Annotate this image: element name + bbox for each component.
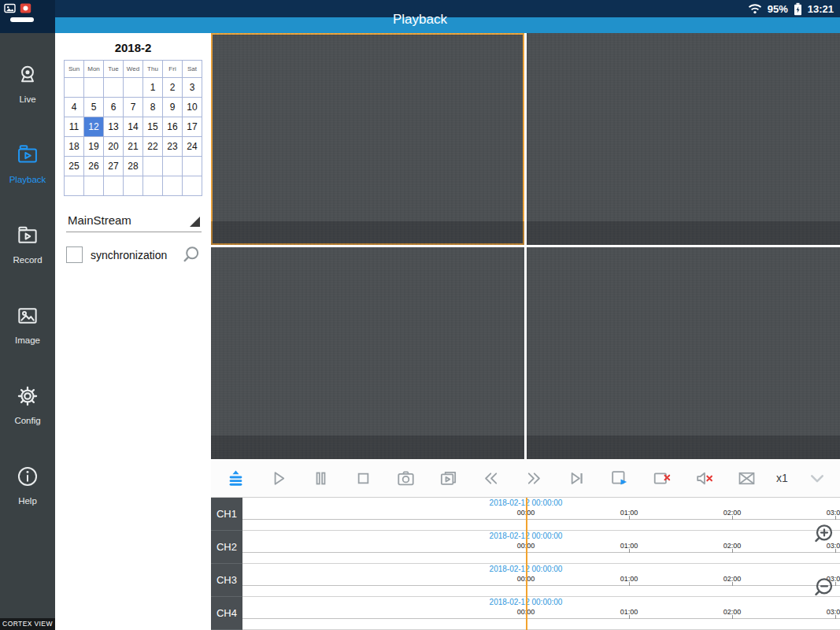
calendar-day[interactable]: 13 [104, 117, 124, 137]
video-panel-1[interactable] [211, 33, 524, 245]
sidebar-item-image[interactable]: Image [0, 284, 55, 364]
calendar-day[interactable]: 8 [143, 98, 163, 117]
stream-selector-value: MainStream [68, 213, 131, 227]
calendar-day[interactable]: 20 [104, 137, 124, 157]
calendar-day[interactable]: 2 [163, 78, 183, 98]
calendar-day[interactable]: 15 [143, 117, 163, 137]
calendar-day[interactable]: 7 [124, 98, 143, 117]
top-header: 95% 13:21 Playback [0, 0, 840, 33]
image-picture-icon [15, 303, 40, 328]
ruler-tick [732, 582, 733, 586]
calendar-day[interactable] [65, 78, 84, 98]
calendar-day[interactable] [183, 157, 202, 176]
calendar-day[interactable]: 16 [163, 117, 183, 137]
fast-forward-icon [524, 468, 545, 489]
synchronization-checkbox[interactable] [66, 246, 83, 263]
video-panel-3[interactable] [211, 247, 524, 459]
ruler-tick [629, 549, 630, 553]
sidebar-item-record[interactable]: Record [0, 203, 55, 284]
timeline-track-ch1[interactable]: 2018-02-12 00:00:00 00:00 01:00 02:00 03… [242, 498, 840, 531]
help-info-icon [15, 464, 40, 489]
calendar-day[interactable] [124, 78, 143, 98]
calendar-day[interactable]: 4 [65, 98, 84, 117]
stop-button[interactable] [350, 465, 376, 491]
timeline-track-ch2[interactable]: 2018-02-12 00:00:00 00:00 01:00 02:00 03… [242, 531, 840, 564]
timeline-zoom-out-button[interactable] [811, 576, 836, 601]
video-panel-2[interactable] [527, 33, 840, 245]
calendar-day[interactable]: 26 [84, 157, 104, 176]
calendar-day[interactable] [65, 176, 84, 196]
sidebar-item-label: Help [18, 496, 37, 506]
status-bar: 95% 13:21 [0, 0, 840, 17]
record-clip-button[interactable] [435, 465, 462, 491]
open-playbar-button[interactable] [222, 465, 249, 491]
menu-indicator[interactable] [10, 17, 34, 22]
timeline-track-ch3[interactable]: 2018-02-12 00:00:00 00:00 01:00 02:00 03… [242, 564, 840, 597]
zoom-in-icon [812, 522, 835, 546]
collapse-controls-button[interactable] [804, 465, 831, 491]
next-frame-button[interactable] [563, 465, 590, 491]
calendar-day[interactable] [104, 78, 124, 98]
calendar-day[interactable] [84, 78, 104, 98]
calendar-day[interactable]: 18 [65, 137, 84, 157]
calendar-day[interactable]: 19 [84, 137, 104, 157]
calendar-day[interactable]: 28 [124, 157, 143, 176]
timeline-row-ch1: CH1 2018-02-12 00:00:00 00:00 01:00 02:0… [211, 498, 840, 531]
ruler-tick [526, 582, 527, 586]
calendar-day[interactable]: 9 [163, 98, 183, 117]
calendar-day[interactable] [143, 157, 163, 176]
frame-play-button[interactable] [605, 465, 632, 491]
calendar-day[interactable] [84, 176, 104, 196]
calendar-day[interactable]: 27 [104, 157, 124, 176]
calendar-day[interactable]: 1 [143, 78, 163, 98]
calendar-day[interactable] [183, 176, 202, 196]
calendar-day[interactable]: 23 [163, 137, 183, 157]
sidebar: Live Playback Record Image Confi [0, 33, 55, 630]
calendar-day[interactable] [104, 176, 124, 196]
calendar-day[interactable]: 24 [183, 137, 202, 157]
sidebar-item-live[interactable]: Live [0, 43, 55, 123]
search-icon[interactable] [180, 244, 202, 265]
speed-indicator[interactable]: x1 [776, 472, 788, 484]
sidebar-item-label: Record [13, 255, 42, 265]
calendar-day[interactable]: 6 [104, 98, 124, 117]
fast-forward-button[interactable] [520, 465, 547, 491]
calendar-day[interactable]: 5 [84, 98, 104, 117]
calendar-day[interactable] [143, 176, 163, 196]
hour-tick-label: 03:00 [827, 608, 840, 616]
close-channel-button[interactable] [649, 465, 675, 491]
calendar-day[interactable] [163, 176, 183, 196]
calendar-day[interactable]: 10 [183, 98, 202, 117]
calendar: Sun Mon Tue Wed Thu Fri Sat 1 2 3 4 5 [64, 60, 202, 196]
sidebar-item-help[interactable]: Help [0, 444, 55, 524]
calendar-day[interactable]: 11 [65, 117, 84, 137]
mute-button[interactable] [691, 465, 718, 491]
calendar-day-header: Fri [163, 61, 183, 78]
calendar-day[interactable]: 3 [183, 78, 202, 98]
calendar-day[interactable]: 22 [143, 137, 163, 157]
sidebar-item-playback[interactable]: Playback [0, 123, 55, 203]
stretch-button[interactable] [734, 465, 760, 491]
calendar-day[interactable] [163, 157, 183, 176]
calendar-day[interactable]: 25 [65, 157, 84, 176]
play-button[interactable] [265, 465, 291, 491]
pause-icon [310, 468, 331, 489]
timeline-track-ch4[interactable]: 2018-02-12 00:00:00 00:00 01:00 02:00 03… [242, 597, 840, 630]
screenshot-notification-icon [4, 2, 16, 14]
calendar-day[interactable]: 14 [124, 117, 143, 137]
calendar-day[interactable]: 17 [183, 117, 202, 137]
ruler-tick [835, 615, 836, 619]
stream-selector[interactable]: MainStream [66, 212, 202, 232]
timeline-zoom-in-button[interactable] [811, 522, 836, 547]
snapshot-button[interactable] [393, 465, 420, 491]
calendar-day[interactable]: 21 [124, 137, 143, 157]
rewind-button[interactable] [478, 465, 505, 491]
wifi-icon [748, 3, 762, 14]
calendar-day-selected[interactable]: 12 [84, 117, 104, 137]
sidebar-item-config[interactable]: Config [0, 364, 55, 444]
pause-button[interactable] [307, 465, 334, 491]
video-panel-4[interactable] [527, 247, 840, 459]
calendar-day[interactable] [124, 176, 143, 196]
sidebar-item-label: Config [14, 416, 40, 425]
current-time-label: 2018-02-12 00:00:00 [490, 598, 563, 606]
